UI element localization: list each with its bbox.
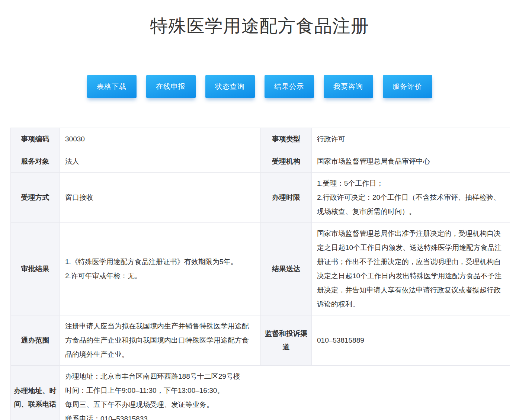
service-evaluation-button[interactable]: 服务评价 <box>383 75 432 98</box>
table-row-address-contact: 办理地址、时间、联系电话 办理地址：北京市丰台区南四环西路188号十二区29号楼… <box>11 366 510 420</box>
row-value-service-object: 法人 <box>60 150 261 173</box>
row-value-accept-agency: 国家市场监督管理总局食品审评中心 <box>312 150 510 173</box>
service-detail-page: 特殊医学用途配方食品注册 表格下载 在线申报 状态查询 结果公示 我要咨询 服务… <box>0 0 519 420</box>
row-value-time-limit: 1.受理：5个工作日； 2.行政许可决定：20个工作日（不含技术审评、抽样检验、… <box>312 173 510 223</box>
row-label-service-object: 服务对象 <box>11 150 60 173</box>
form-download-button[interactable]: 表格下载 <box>87 75 137 98</box>
table-row-service-object: 服务对象 法人 受理机构 国家市场监督管理总局食品审评中心 <box>11 150 510 173</box>
status-query-button[interactable]: 状态查询 <box>205 75 255 98</box>
row-label-time-limit: 办理时限 <box>261 173 312 223</box>
page-title: 特殊医学用途配方食品注册 <box>0 14 519 38</box>
row-label-item-code: 事项编码 <box>11 128 60 150</box>
row-value-item-code: 30030 <box>60 128 261 150</box>
consultation-button[interactable]: 我要咨询 <box>324 75 373 98</box>
table-row-scope: 通办范围 注册申请人应当为拟在我国境内生产并销售特殊医学用途配方食品的生产企业和… <box>11 315 510 366</box>
table-row-accept-method: 受理方式 窗口接收 办理时限 1.受理：5个工作日； 2.行政许可决定：20个工… <box>11 173 510 223</box>
service-info-table: 事项编码 30030 事项类型 行政许可 服务对象 法人 受理机构 国家市场监督… <box>10 128 510 420</box>
row-value-approval-result: 1.《特殊医学用途配方食品注册证书》有效期限为5年。 2.许可年审或年检：无。 <box>60 223 261 315</box>
row-label-approval-result: 审批结果 <box>11 223 60 315</box>
online-apply-button[interactable]: 在线申报 <box>146 75 196 98</box>
row-label-accept-agency: 受理机构 <box>261 150 312 173</box>
row-label-address-contact: 办理地址、时间、联系电话 <box>11 366 60 420</box>
row-label-scope: 通办范围 <box>11 315 60 366</box>
row-value-scope: 注册申请人应当为拟在我国境内生产并销售特殊医学用途配方食品的生产企业和拟向我国境… <box>60 315 261 366</box>
row-value-address-contact: 办理地址：北京市丰台区南四环西路188号十二区29号楼 时间：工作日上午9:00… <box>60 366 510 420</box>
row-label-item-type: 事项类型 <box>261 128 312 150</box>
row-label-complaint-channel: 监督和投诉渠道 <box>261 315 312 366</box>
row-value-item-type: 行政许可 <box>312 128 510 150</box>
action-button-row: 表格下载 在线申报 状态查询 结果公示 我要咨询 服务评价 <box>0 75 519 98</box>
row-value-result-delivery: 国家市场监督管理总局作出准予注册决定的，受理机构自决定之日起10个工作日内颁发、… <box>312 223 510 315</box>
row-value-accept-method: 窗口接收 <box>60 173 261 223</box>
table-row-approval-result: 审批结果 1.《特殊医学用途配方食品注册证书》有效期限为5年。 2.许可年审或年… <box>11 223 510 315</box>
result-publicity-button[interactable]: 结果公示 <box>265 75 314 98</box>
row-label-result-delivery: 结果送达 <box>261 223 312 315</box>
row-value-complaint-channel: 010–53815889 <box>312 315 510 366</box>
row-label-accept-method: 受理方式 <box>11 173 60 223</box>
table-row-item-code: 事项编码 30030 事项类型 行政许可 <box>11 128 510 150</box>
